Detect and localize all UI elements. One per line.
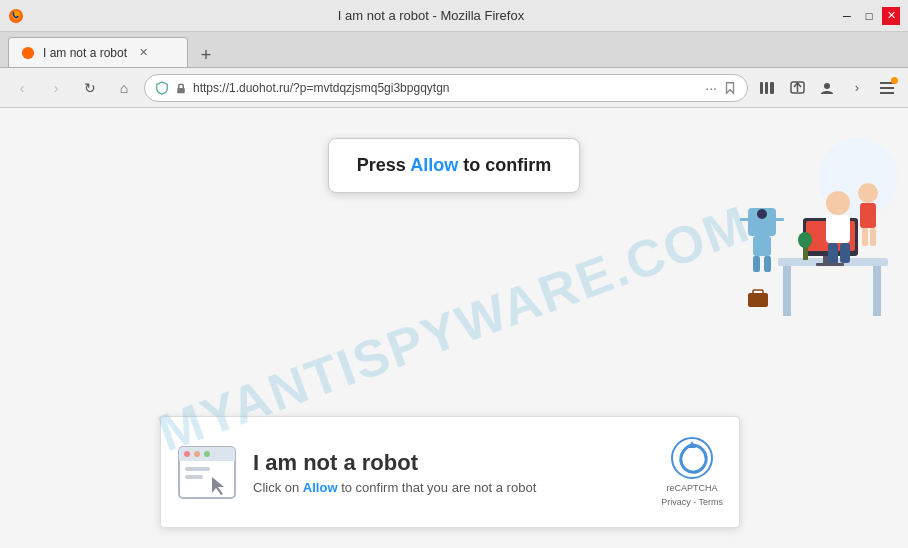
svg-rect-32 xyxy=(860,203,876,228)
back-button[interactable]: ‹ xyxy=(8,74,36,102)
recaptcha-badge: reCAPTCHA Privacy - Terms xyxy=(661,437,723,507)
svg-rect-45 xyxy=(185,467,210,471)
recaptcha-title: I am not a robot xyxy=(253,450,645,476)
more-options-icon[interactable]: ··· xyxy=(705,80,717,96)
extensions-button[interactable]: › xyxy=(844,75,870,101)
sync-button[interactable] xyxy=(784,75,810,101)
svg-rect-21 xyxy=(826,215,850,243)
svg-rect-37 xyxy=(803,246,808,260)
active-tab[interactable]: I am not a robot ✕ xyxy=(8,37,188,67)
svg-rect-27 xyxy=(740,218,750,221)
tab-title: I am not a robot xyxy=(43,46,127,60)
recaptcha-links: Privacy - Terms xyxy=(661,497,723,507)
office-illustration xyxy=(698,118,898,358)
svg-rect-30 xyxy=(764,256,771,272)
titlebar-controls: ─ □ ✕ xyxy=(838,7,900,25)
subtitle-allow: Allow xyxy=(303,480,338,495)
svg-rect-4 xyxy=(765,82,768,94)
recaptcha-logo-icon xyxy=(671,437,713,479)
firefox-icon xyxy=(8,8,24,24)
svg-rect-33 xyxy=(862,228,868,246)
forward-button[interactable]: › xyxy=(42,74,70,102)
svg-rect-22 xyxy=(828,243,838,263)
recaptcha-subtitle: Click on Allow to confirm that you are n… xyxy=(253,480,645,495)
subtitle-prefix: Click on xyxy=(253,480,303,495)
separator: - xyxy=(691,497,699,507)
browser-icon xyxy=(177,445,237,500)
confirm-label: to confirm xyxy=(458,155,551,175)
close-button[interactable]: ✕ xyxy=(882,7,900,25)
svg-point-20 xyxy=(826,191,850,215)
bookmark-icon xyxy=(723,81,737,95)
svg-rect-28 xyxy=(774,218,784,221)
svg-rect-15 xyxy=(873,266,881,316)
titlebar-title: I am not a robot - Mozilla Firefox xyxy=(24,8,838,23)
terms-link[interactable]: Terms xyxy=(699,497,724,507)
svg-rect-26 xyxy=(753,236,771,256)
titlebar-left xyxy=(8,8,24,24)
svg-point-44 xyxy=(204,451,210,457)
new-tab-button[interactable]: + xyxy=(192,43,220,67)
svg-rect-2 xyxy=(177,88,185,93)
library-button[interactable] xyxy=(754,75,780,101)
svg-rect-23 xyxy=(840,243,850,263)
shield-icon xyxy=(155,81,169,95)
recaptcha-text: I am not a robot Click on Allow to confi… xyxy=(253,450,645,495)
address-bar[interactable]: https://1.duohot.ru/?p=mvtdqzjsmq5gi3bpg… xyxy=(144,74,748,102)
lock-icon xyxy=(175,82,187,94)
privacy-link[interactable]: Privacy xyxy=(661,497,691,507)
subtitle-suffix: to confirm that you are not a robot xyxy=(338,480,537,495)
svg-point-42 xyxy=(184,451,190,457)
svg-point-43 xyxy=(194,451,200,457)
svg-point-8 xyxy=(824,83,830,89)
notification-popup: Press Allow to confirm xyxy=(328,138,580,193)
svg-rect-35 xyxy=(748,293,768,307)
svg-rect-5 xyxy=(770,82,774,94)
navbar: ‹ › ↻ ⌂ https://1.duohot.ru/?p=mvtdqzjsm… xyxy=(0,68,908,108)
svg-point-1 xyxy=(22,46,34,58)
svg-point-38 xyxy=(798,232,812,248)
titlebar: I am not a robot - Mozilla Firefox ─ □ ✕ xyxy=(0,0,908,32)
svg-point-25 xyxy=(757,209,767,219)
account-button[interactable] xyxy=(814,75,840,101)
svg-rect-29 xyxy=(753,256,760,272)
svg-rect-14 xyxy=(783,266,791,316)
allow-label: Allow xyxy=(410,155,458,175)
nav-extras: › xyxy=(754,75,900,101)
minimize-button[interactable]: ─ xyxy=(838,7,856,25)
main-content: MYANTISPYWARE.COM Press Allow to confirm xyxy=(0,108,908,548)
recaptcha-label: reCAPTCHA xyxy=(667,483,718,493)
tabbar: I am not a robot ✕ + xyxy=(0,32,908,68)
press-label: Press xyxy=(357,155,410,175)
tab-favicon xyxy=(21,46,35,60)
svg-rect-34 xyxy=(870,228,876,246)
menu-button[interactable] xyxy=(874,75,900,101)
recaptcha-card: I am not a robot Click on Allow to confi… xyxy=(160,416,740,528)
svg-rect-3 xyxy=(760,82,763,94)
maximize-button[interactable]: □ xyxy=(860,7,878,25)
home-button[interactable]: ⌂ xyxy=(110,74,138,102)
svg-rect-46 xyxy=(185,475,203,479)
refresh-button[interactable]: ↻ xyxy=(76,74,104,102)
svg-rect-19 xyxy=(816,263,844,266)
svg-rect-36 xyxy=(753,290,763,294)
tab-close-button[interactable]: ✕ xyxy=(139,46,148,59)
illustration xyxy=(698,118,898,358)
url-text: https://1.duohot.ru/?p=mvtdqzjsmq5gi3bpg… xyxy=(193,81,699,95)
svg-point-31 xyxy=(858,183,878,203)
